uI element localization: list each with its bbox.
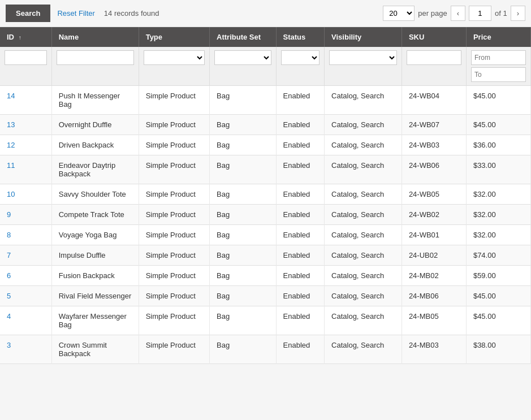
id-link[interactable]: 7 (7, 251, 11, 259)
page-of-label: of 1 (495, 9, 507, 18)
cell-visibility: Catalog, Search (325, 286, 402, 306)
table-row: 3Crown Summit BackpackSimple ProductBagE… (0, 335, 531, 364)
cell-type: Simple Product (139, 205, 209, 225)
cell-sku: 24-WB03 (402, 135, 466, 155)
cell-sku: 24-MB02 (402, 266, 466, 286)
id-link[interactable]: 14 (7, 92, 15, 100)
table-row: 14Push It Messenger BagSimple ProductBag… (0, 86, 531, 115)
id-link[interactable]: 9 (7, 210, 11, 219)
id-link[interactable]: 3 (7, 341, 11, 349)
column-header-status[interactable]: Status (276, 27, 325, 47)
cell-id: 9 (0, 205, 51, 225)
cell-name: Overnight Duffle (51, 115, 139, 135)
table-row: 7Impulse DuffleSimple ProductBagEnabledC… (0, 245, 531, 266)
column-header-id[interactable]: ID ↑ (0, 27, 51, 47)
cell-type: Simple Product (139, 286, 209, 306)
cell-type: Simple Product (139, 155, 209, 184)
cell-id: 11 (0, 155, 51, 184)
cell-attribute-set: Bag (210, 115, 276, 135)
cell-visibility: Catalog, Search (325, 205, 402, 225)
page-number-input[interactable] (469, 6, 491, 21)
cell-visibility: Catalog, Search (325, 155, 402, 184)
column-header-attribute-set[interactable]: Attribute Set (210, 27, 276, 47)
cell-attribute-set: Bag (210, 205, 276, 225)
cell-visibility: Catalog, Search (325, 245, 402, 266)
column-header-sku[interactable]: SKU (402, 27, 466, 47)
id-link[interactable]: 5 (7, 292, 11, 300)
table-row: 10Savvy Shoulder ToteSimple ProductBagEn… (0, 184, 531, 205)
toolbar: Search Reset Filter 14 records found 20 … (0, 0, 531, 27)
filter-name-input[interactable] (57, 50, 134, 65)
cell-status: Enabled (276, 266, 325, 286)
cell-sku: 24-WB07 (402, 115, 466, 135)
filter-price (466, 47, 530, 86)
per-page-label: per page (418, 9, 447, 18)
id-link[interactable]: 8 (7, 231, 11, 239)
cell-type: Simple Product (139, 335, 209, 364)
products-table: ID ↑ Name Type Attribute Set Status Visi… (0, 27, 531, 364)
cell-id: 3 (0, 335, 51, 364)
cell-sku: 24-WB04 (402, 86, 466, 115)
search-button[interactable]: Search (6, 5, 50, 22)
cell-type: Simple Product (139, 225, 209, 245)
filter-attribute-set-select[interactable]: Bag (214, 50, 271, 65)
table-header-row: ID ↑ Name Type Attribute Set Status Visi… (0, 27, 531, 47)
column-header-price[interactable]: Price (466, 27, 530, 47)
cell-price: $38.00 (466, 335, 530, 364)
filter-id-input[interactable] (5, 50, 47, 65)
id-link[interactable]: 4 (7, 312, 11, 321)
filter-price-from[interactable] (471, 50, 526, 65)
cell-visibility: Catalog, Search (325, 306, 402, 335)
column-header-visibility[interactable]: Visibility (325, 27, 402, 47)
cell-status: Enabled (276, 155, 325, 184)
cell-visibility: Catalog, Search (325, 115, 402, 135)
cell-status: Enabled (276, 115, 325, 135)
cell-price: $45.00 (466, 115, 530, 135)
table-row: 6Fusion BackpackSimple ProductBagEnabled… (0, 266, 531, 286)
cell-visibility: Catalog, Search (325, 335, 402, 364)
filter-visibility-select[interactable]: Catalog, Search (329, 50, 397, 65)
cell-status: Enabled (276, 335, 325, 364)
id-link[interactable]: 12 (7, 141, 15, 149)
column-header-type[interactable]: Type (139, 27, 209, 47)
filter-type: Simple Product Configurable Product Virt… (139, 47, 209, 86)
per-page-select[interactable]: 20 50 100 (383, 6, 415, 21)
cell-attribute-set: Bag (210, 245, 276, 266)
cell-name: Endeavor Daytrip Backpack (51, 155, 139, 184)
table-row: 4Wayfarer Messenger BagSimple ProductBag… (0, 306, 531, 335)
cell-price: $74.00 (466, 245, 530, 266)
cell-visibility: Catalog, Search (325, 184, 402, 205)
per-page-selector: 20 50 100 per page (383, 6, 447, 21)
cell-status: Enabled (276, 245, 325, 266)
id-link[interactable]: 10 (7, 190, 15, 198)
id-link[interactable]: 11 (7, 161, 15, 170)
cell-sku: 24-WB06 (402, 155, 466, 184)
cell-id: 8 (0, 225, 51, 245)
cell-status: Enabled (276, 86, 325, 115)
cell-name: Savvy Shoulder Tote (51, 184, 139, 205)
cell-id: 6 (0, 266, 51, 286)
cell-attribute-set: Bag (210, 335, 276, 364)
cell-attribute-set: Bag (210, 225, 276, 245)
cell-sku: 24-MB06 (402, 286, 466, 306)
id-link[interactable]: 6 (7, 271, 11, 280)
filter-attribute-set: Bag (210, 47, 276, 86)
reset-filter-link[interactable]: Reset Filter (57, 9, 94, 18)
cell-sku: 24-WB02 (402, 205, 466, 225)
next-page-button[interactable]: › (511, 6, 525, 21)
filter-type-select[interactable]: Simple Product Configurable Product Virt… (144, 50, 205, 65)
cell-name: Impulse Duffle (51, 245, 139, 266)
filter-status-select[interactable]: Enabled Disabled (281, 50, 320, 65)
filter-sku (402, 47, 466, 86)
id-link[interactable]: 13 (7, 120, 15, 129)
cell-price: $32.00 (466, 184, 530, 205)
cell-sku: 24-WB05 (402, 184, 466, 205)
cell-name: Fusion Backpack (51, 266, 139, 286)
table-row: 12Driven BackpackSimple ProductBagEnable… (0, 135, 531, 155)
column-header-name[interactable]: Name (51, 27, 139, 47)
filter-price-to[interactable] (471, 67, 526, 82)
cell-price: $45.00 (466, 286, 530, 306)
filter-sku-input[interactable] (407, 50, 461, 65)
cell-name: Push It Messenger Bag (51, 86, 139, 115)
prev-page-button[interactable]: ‹ (451, 6, 465, 21)
